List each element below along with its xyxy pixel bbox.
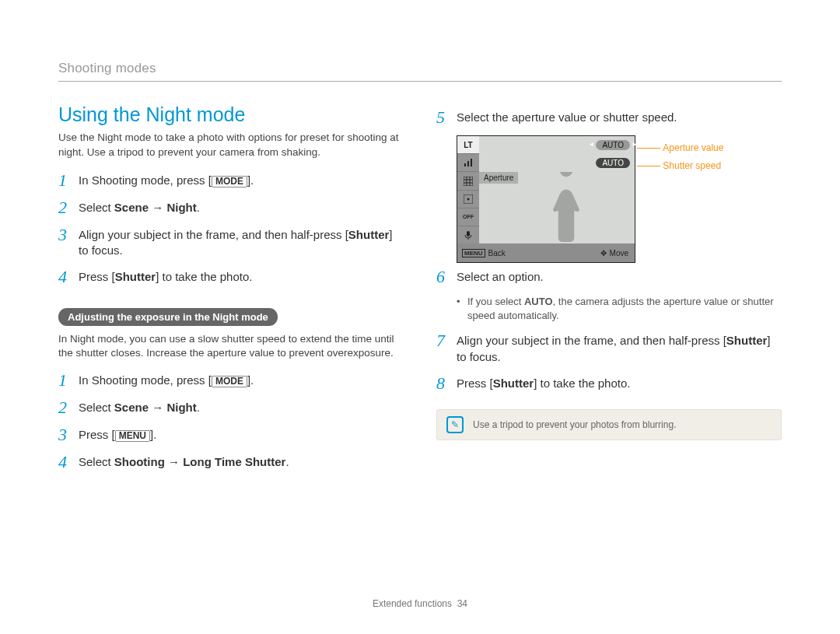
grid-icon	[464, 177, 473, 186]
lt-icon: LT	[457, 136, 479, 154]
step-text-part: .	[197, 201, 200, 214]
step-item: 4 Select Shooting → Long Time Shutter.	[58, 453, 404, 471]
camera-lcd-screen: LT OFF	[457, 135, 635, 263]
step-text: In Shooting mode, press [MODE].	[79, 171, 254, 188]
lcd-aperture-value: AUTO	[596, 140, 630, 150]
section-title: Using the Night mode	[58, 103, 404, 126]
intro-paragraph: Use the Night mode to take a photo with …	[58, 131, 404, 160]
svg-rect-2	[471, 159, 472, 166]
lcd-back-label: Back	[488, 249, 506, 257]
step-number: 7	[436, 331, 457, 349]
svg-rect-3	[464, 177, 473, 186]
step-number: 5	[436, 108, 457, 126]
step-text: Select Scene → Night.	[79, 198, 200, 215]
lcd-icon	[457, 191, 479, 208]
step-text: Select an option.	[457, 268, 544, 285]
step-text-bold: Shutter	[493, 377, 534, 390]
svg-rect-1	[467, 161, 469, 166]
lcd-move-label: Move	[610, 249, 628, 257]
camera-lcd-mock: LT OFF	[457, 135, 667, 263]
step-text: Press [Shutter] to take the photo.	[457, 374, 630, 391]
step-text-part: Press [	[79, 270, 115, 283]
tip-box: ✎ Use a tripod to prevent your photos fr…	[436, 409, 782, 440]
step-text: Press [Shutter] to take the photo.	[79, 268, 252, 285]
step-item: 8 Press [Shutter] to take the photo.	[436, 374, 782, 392]
menu-key: MENU	[115, 430, 150, 442]
bars-icon	[464, 158, 473, 167]
step-text-part: Align your subject in the frame, and the…	[79, 228, 348, 241]
step-text-bold: Shutter	[115, 270, 156, 283]
lcd-top-rows: AUTO AUTO	[479, 136, 635, 172]
person-silhouette-icon	[531, 172, 601, 243]
footer-page-number: 34	[457, 598, 467, 609]
step-number: 4	[58, 268, 79, 285]
step-text-part: Select	[79, 201, 114, 214]
step-number: 3	[58, 426, 79, 443]
step-text-part: .	[285, 455, 289, 468]
step-text-part: ].	[150, 428, 156, 441]
step-text-part: ] to take the photo.	[534, 377, 630, 390]
subsection-intro: In Night mode, you can use a slow shutte…	[58, 332, 404, 360]
lcd-bottom-bar: MENU Back ✥ Move	[457, 243, 635, 262]
step-text-bold: Scene → Night	[114, 201, 197, 214]
left-column: Using the Night mode Use the Night mode …	[58, 103, 404, 480]
step-text-part: In Shooting mode, press [	[79, 173, 212, 187]
step-number: 2	[58, 198, 79, 216]
step-item: 6 Select an option.	[436, 268, 782, 285]
lcd-row-aperture: AUTO	[479, 136, 635, 154]
lcd-icon	[457, 154, 479, 172]
step-text: Select Scene → Night.	[79, 398, 200, 415]
svg-rect-0	[464, 163, 466, 166]
step-number: 1	[58, 171, 79, 189]
step-text-bold: Shutter	[726, 334, 768, 347]
footer-section-label: Extended functions	[373, 598, 452, 609]
tip-text: Use a tripod to prevent your photos from…	[473, 419, 676, 430]
step-text-part: Select	[79, 401, 114, 414]
step-text-part: .	[197, 401, 200, 414]
step-number: 6	[436, 268, 457, 285]
lcd-icon	[457, 226, 479, 243]
lcd-icon: OFF	[457, 208, 479, 226]
mode-key: MODE	[212, 376, 247, 387]
step-text: Select the aperture value or shutter spe…	[457, 108, 677, 125]
mic-icon	[464, 230, 473, 240]
svg-rect-10	[467, 231, 470, 236]
lcd-shutter-value: AUTO	[596, 158, 630, 168]
step-item: 1 In Shooting mode, press [MODE].	[58, 171, 404, 189]
lcd-aperture-tab: Aperture	[479, 172, 518, 184]
step-text-part: ].	[247, 173, 254, 187]
right-column: 5 Select the aperture value or shutter s…	[436, 103, 782, 480]
step-text: Press [MENU].	[79, 426, 156, 443]
step-text-part: Press [	[457, 377, 493, 390]
lcd-icon	[457, 172, 479, 190]
running-head: Shooting modes	[58, 61, 782, 82]
step-item: 3 Align your subject in the frame, and t…	[58, 226, 404, 259]
step-text-bold: Shutter	[348, 228, 390, 241]
step-note: • If you select AUTO, the camera adjusts…	[457, 295, 782, 322]
step-text-bold: Scene → Night	[114, 401, 197, 414]
step-text-part: Select	[79, 455, 114, 468]
step-item: 3 Press [MENU].	[58, 426, 404, 443]
step-text: Align your subject in the frame, and the…	[457, 331, 782, 365]
step-number: 3	[58, 226, 79, 243]
callout-shutter: Shutter speed	[637, 160, 721, 171]
tip-icon: ✎	[446, 416, 464, 433]
page-footer: Extended functions 34	[0, 598, 840, 609]
step-number: 4	[58, 453, 79, 471]
step-text-part: Press [	[79, 428, 115, 441]
step-item: 7 Align your subject in the frame, and t…	[436, 331, 782, 365]
lcd-row-shutter: AUTO	[479, 154, 635, 172]
mode-key: MODE	[212, 176, 247, 187]
step-text: Align your subject in the frame, and the…	[79, 226, 404, 259]
step-item: 4 Press [Shutter] to take the photo.	[58, 268, 404, 285]
step-number: 2	[58, 398, 79, 416]
note-text-bold: AUTO	[524, 296, 553, 307]
callout-label: Aperture value	[663, 142, 723, 153]
step-text-part: ].	[247, 373, 254, 387]
callout-label: Shutter speed	[663, 160, 721, 171]
step-text: In Shooting mode, press [MODE].	[79, 371, 254, 388]
step-item: 1 In Shooting mode, press [MODE].	[58, 371, 404, 389]
bullet-icon: •	[457, 295, 467, 322]
step-text-part: In Shooting mode, press [	[79, 373, 212, 387]
note-text: If you select AUTO, the camera adjusts t…	[467, 295, 782, 322]
